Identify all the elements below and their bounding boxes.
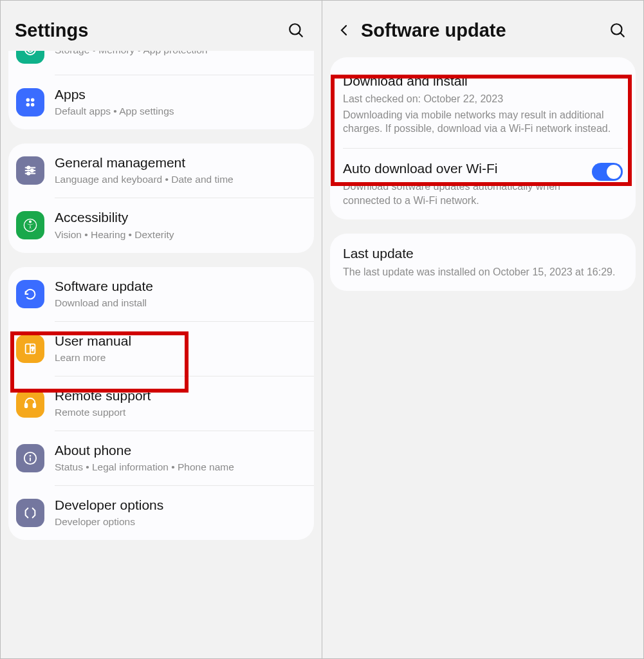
search-icon <box>288 22 304 39</box>
svg-point-3 <box>26 98 30 102</box>
svg-point-5 <box>26 103 30 107</box>
svg-point-6 <box>31 103 34 107</box>
item-title: General management <box>55 154 308 171</box>
settings-item-developer-options[interactable]: Developer options Developer options <box>8 486 314 540</box>
svg-text:?: ? <box>31 346 34 352</box>
settings-item-apps[interactable]: Apps Default apps • App settings <box>8 75 314 129</box>
apps-icon <box>16 88 44 116</box>
auto-download-wifi[interactable]: Auto download over Wi-Fi Download softwa… <box>330 149 636 219</box>
item-description: The last update was installed on October… <box>343 265 623 279</box>
item-title: About phone <box>55 442 308 459</box>
general-management-icon <box>16 156 44 185</box>
header: Software update <box>322 1 643 53</box>
item-subtitle: Storage • Memory • App protection <box>55 51 308 57</box>
item-subtitle: Developer options <box>55 515 308 529</box>
settings-item-software-update[interactable]: Software update Download and install <box>8 267 314 321</box>
svg-point-14 <box>29 221 32 223</box>
back-button[interactable] <box>336 23 352 38</box>
item-description: Downloading via mobile networks may resu… <box>343 108 623 136</box>
item-subtitle: Download and install <box>55 297 308 310</box>
item-subtitle: Vision • Hearing • Dexterity <box>55 228 308 242</box>
item-title: Developer options <box>55 497 308 514</box>
svg-rect-23 <box>30 458 31 461</box>
software-update-icon <box>16 280 44 308</box>
accessibility-icon <box>16 211 44 239</box>
settings-screen: Settings Device care Storage • Memory • … <box>0 0 322 659</box>
settings-group-3: Software update Download and install ? U… <box>8 267 314 541</box>
settings-item-remote-support[interactable]: Remote support Remote support <box>8 376 314 431</box>
svg-point-22 <box>30 455 32 457</box>
svg-line-1 <box>299 33 302 36</box>
settings-item-general-management[interactable]: General management Language and keyboard… <box>8 144 314 198</box>
svg-point-12 <box>27 172 30 175</box>
settings-item-accessibility[interactable]: Accessibility Vision • Hearing • Dexteri… <box>8 198 314 252</box>
auto-download-toggle[interactable] <box>592 163 623 181</box>
last-update[interactable]: Last update The last update was installe… <box>330 234 636 291</box>
item-title: Last update <box>343 245 623 262</box>
item-subtitle: Language and keyboard • Date and time <box>55 173 308 187</box>
about-phone-icon <box>16 444 44 472</box>
item-title: Auto download over Wi-Fi <box>343 160 584 177</box>
device-care-icon <box>16 51 44 64</box>
svg-point-10 <box>27 167 30 169</box>
item-last-checked: Last checked on: October 22, 2023 <box>343 92 623 106</box>
search-icon <box>609 22 626 39</box>
item-subtitle: Learn more <box>55 351 308 365</box>
item-title: User manual <box>55 333 308 349</box>
settings-group-1: Device care Storage • Memory • App prote… <box>8 51 314 129</box>
item-title: Download and install <box>343 73 623 89</box>
settings-group-2: General management Language and keyboard… <box>8 144 314 252</box>
search-button[interactable] <box>606 19 629 42</box>
software-update-screen: Software update Download and install Las… <box>322 0 644 659</box>
item-subtitle: Status • Legal information • Phone name <box>55 461 308 474</box>
svg-rect-20 <box>33 404 36 407</box>
item-title: Remote support <box>55 387 308 404</box>
search-button[interactable] <box>284 19 308 42</box>
svg-point-4 <box>31 98 34 102</box>
item-subtitle: Remote support <box>55 406 308 420</box>
update-card: Download and install Last checked on: Oc… <box>330 57 636 219</box>
item-title: Apps <box>55 86 308 103</box>
settings-item-about-phone[interactable]: About phone Status • Legal information •… <box>8 431 314 485</box>
item-title: Software update <box>55 278 308 295</box>
header: Settings <box>1 1 322 53</box>
developer-options-icon <box>16 499 44 527</box>
last-update-card: Last update The last update was installe… <box>330 234 636 291</box>
svg-rect-19 <box>25 404 28 407</box>
remote-support-icon <box>16 389 44 418</box>
user-manual-icon: ? <box>16 335 44 363</box>
page-title: Software update <box>361 20 606 41</box>
settings-item-user-manual[interactable]: ? User manual Learn more <box>8 322 314 376</box>
page-title: Settings <box>15 20 284 41</box>
svg-line-25 <box>620 33 623 36</box>
item-subtitle: Default apps • App settings <box>55 105 308 118</box>
settings-item-device-care[interactable]: Device care Storage • Memory • App prote… <box>8 51 314 75</box>
download-and-install[interactable]: Download and install Last checked on: Oc… <box>330 57 636 148</box>
chevron-left-icon <box>336 23 352 38</box>
item-description: Download software updates automatically … <box>343 180 584 207</box>
item-title: Accessibility <box>55 209 308 226</box>
svg-point-11 <box>31 169 33 172</box>
